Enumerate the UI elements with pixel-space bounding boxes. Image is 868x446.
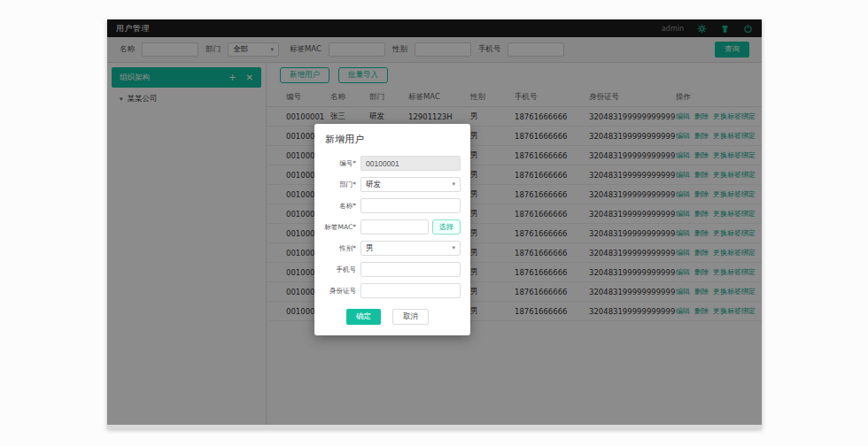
modal-no-label: 编号* bbox=[320, 159, 360, 168]
chevron-down-icon: ▾ bbox=[452, 245, 455, 251]
modal-name-input[interactable] bbox=[360, 198, 461, 213]
confirm-button[interactable]: 确定 bbox=[346, 309, 381, 325]
modal-phone-label: 手机号 bbox=[320, 265, 360, 274]
modal-dept-label: 部门* bbox=[320, 181, 360, 189]
choose-mac-button[interactable]: 选择 bbox=[432, 219, 461, 235]
modal-title: 新增用户 bbox=[325, 133, 461, 146]
modal-field-phone: 手机号 bbox=[320, 262, 461, 277]
cancel-button[interactable]: 取消 bbox=[392, 309, 429, 325]
modal-idcard-input[interactable] bbox=[360, 283, 461, 298]
modal-mac-label: 标签MAC* bbox=[320, 223, 360, 232]
modal-field-name: 名称* bbox=[320, 198, 461, 213]
window-footer-strip bbox=[107, 425, 762, 429]
modal-field-mac: 标签MAC* 选择 bbox=[320, 219, 461, 235]
chevron-down-icon: ▾ bbox=[452, 181, 455, 188]
modal-mac-input[interactable] bbox=[360, 219, 429, 235]
screenshot-canvas: 用户管理 admin bbox=[0, 0, 868, 446]
modal-gender-value: 男 bbox=[366, 243, 374, 254]
modal-field-no: 编号* bbox=[320, 156, 461, 171]
modal-idcard-label: 身份证号 bbox=[320, 287, 360, 296]
modal-buttons: 确定 取消 bbox=[314, 309, 461, 325]
modal-field-gender: 性别* 男 ▾ bbox=[320, 241, 461, 256]
modal-field-idcard: 身份证号 bbox=[320, 283, 461, 298]
modal-field-dept: 部门* 研发 ▾ bbox=[320, 177, 461, 192]
app-window: 用户管理 admin bbox=[107, 19, 762, 429]
modal-phone-input[interactable] bbox=[360, 262, 461, 277]
modal-dept-select[interactable]: 研发 ▾ bbox=[360, 177, 461, 192]
modal-name-label: 名称* bbox=[320, 202, 360, 211]
add-user-modal: 新增用户 编号* 部门* 研发 ▾ 名称* 标签MAC* 选择 bbox=[314, 124, 470, 335]
modal-dept-value: 研发 bbox=[366, 180, 381, 190]
modal-gender-label: 性别* bbox=[320, 244, 360, 253]
modal-no-input bbox=[360, 156, 461, 171]
modal-gender-select[interactable]: 男 ▾ bbox=[360, 241, 461, 256]
